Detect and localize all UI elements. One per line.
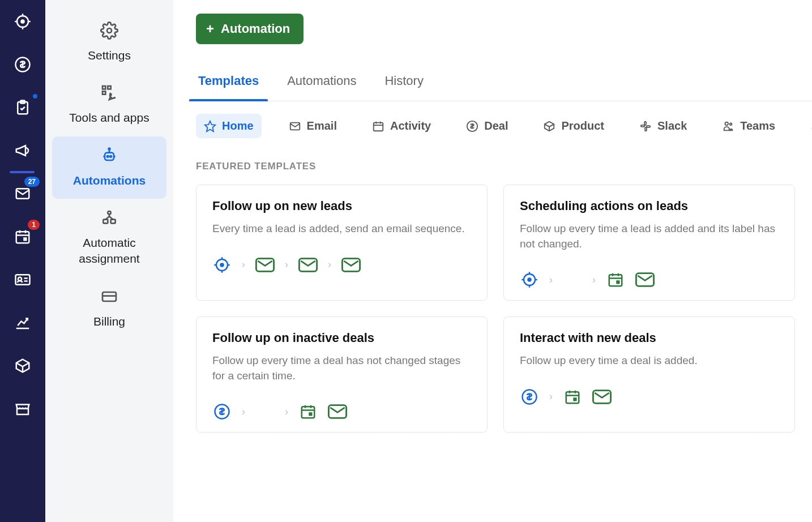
filter-bar: Home Email Activity Deal Product Slack T… xyxy=(196,114,812,138)
svg-point-19 xyxy=(107,28,112,33)
card-steps: › › xyxy=(520,272,779,288)
email-step-icon xyxy=(328,404,347,420)
sidebar-item-label: Tools and apps xyxy=(69,110,149,126)
nav-calendar-icon[interactable]: 1 xyxy=(11,225,34,248)
card-steps: › › xyxy=(212,404,471,420)
template-card[interactable]: Follow up on new leads Every time a lead… xyxy=(196,185,488,301)
svg-rect-21 xyxy=(108,86,110,89)
nav-box-icon[interactable] xyxy=(11,354,34,377)
svg-point-47 xyxy=(730,123,732,125)
sidebar-item-automations[interactable]: Automations xyxy=(52,136,166,199)
sidebar-item-billing[interactable]: Billing xyxy=(52,277,166,340)
filter-product[interactable]: Product xyxy=(535,114,612,138)
assignment-icon xyxy=(99,208,119,228)
svg-point-27 xyxy=(109,148,110,149)
email-step-icon xyxy=(341,257,361,273)
wait-step-icon xyxy=(255,404,275,420)
nav-clipboard-icon[interactable] xyxy=(11,96,34,119)
target-step-icon xyxy=(212,257,232,273)
calendar-icon xyxy=(372,120,384,132)
card-desc: Follow up every time a deal has not chan… xyxy=(212,353,471,383)
svg-rect-37 xyxy=(374,122,383,131)
svg-rect-31 xyxy=(103,220,108,224)
card-title: Scheduling actions on leads xyxy=(520,199,779,213)
section-title: FEATURED TEMPLATES xyxy=(196,161,812,172)
template-card[interactable]: Follow up on inactive deals Follow up ev… xyxy=(196,316,488,433)
filter-home[interactable]: Home xyxy=(196,114,262,138)
svg-rect-22 xyxy=(102,92,105,95)
nav-chart-icon[interactable] xyxy=(11,311,34,334)
activity-step-icon xyxy=(298,404,318,420)
svg-point-24 xyxy=(107,156,109,157)
sidebar-item-label: Automations xyxy=(73,173,146,189)
mail-badge: 27 xyxy=(24,177,40,187)
svg-rect-80 xyxy=(566,392,579,403)
chevron-right-icon: › xyxy=(592,274,596,286)
svg-marker-35 xyxy=(205,121,215,131)
svg-point-46 xyxy=(725,122,729,125)
filter-email[interactable]: Email xyxy=(281,114,345,138)
card-icon xyxy=(99,286,119,307)
sidebar-item-assignment[interactable]: Automatic assignment xyxy=(52,199,166,277)
card-title: Interact with new deals xyxy=(520,331,779,345)
tab-templates[interactable]: Templates xyxy=(196,67,261,101)
activity-step-icon xyxy=(563,389,582,405)
calendar-badge: 1 xyxy=(28,220,40,230)
svg-point-52 xyxy=(220,263,224,267)
template-card[interactable]: Scheduling actions on leads Follow up ev… xyxy=(503,185,795,301)
chevron-right-icon: › xyxy=(242,259,245,271)
settings-sidebar: Settings Tools and apps Automations Auto… xyxy=(45,0,173,522)
svg-rect-84 xyxy=(573,397,576,401)
tools-icon xyxy=(99,83,119,103)
filter-slack[interactable]: Slack xyxy=(631,114,695,138)
svg-rect-77 xyxy=(309,413,312,416)
nav-contact-icon[interactable] xyxy=(11,268,34,291)
svg-rect-14 xyxy=(23,237,27,241)
nav-target-icon[interactable] xyxy=(11,10,34,33)
svg-point-1 xyxy=(20,19,25,24)
main-content: + Automation Templates Automations Histo… xyxy=(173,0,812,522)
card-desc: Every time a lead is added, send an emai… xyxy=(212,221,471,237)
card-desc: Follow up every time a deal is added. xyxy=(520,353,779,369)
template-card[interactable]: Interact with new deals Follow up every … xyxy=(503,316,795,433)
sidebar-item-tools[interactable]: Tools and apps xyxy=(52,74,166,136)
deal-step-icon xyxy=(212,404,232,420)
card-title: Follow up on new leads xyxy=(212,199,471,213)
svg-rect-45 xyxy=(647,126,650,127)
filter-activity[interactable]: Activity xyxy=(364,114,439,138)
chevron-right-icon: › xyxy=(549,391,553,403)
nav-mail-icon[interactable]: 27 xyxy=(11,182,34,205)
svg-point-30 xyxy=(108,211,110,214)
svg-rect-66 xyxy=(609,275,622,286)
filter-asana[interactable]: Asana xyxy=(802,114,812,138)
box-icon xyxy=(543,120,555,132)
sidebar-item-label: Settings xyxy=(88,48,131,63)
add-automation-button[interactable]: + Automation xyxy=(196,14,304,44)
notification-dot xyxy=(33,94,37,99)
add-automation-label: Automation xyxy=(221,22,290,36)
tab-automations[interactable]: Automations xyxy=(285,67,358,101)
chevron-right-icon: › xyxy=(242,406,245,418)
filter-teams[interactable]: Teams xyxy=(714,114,783,138)
svg-rect-73 xyxy=(302,407,315,418)
sidebar-item-settings[interactable]: Settings xyxy=(52,11,166,74)
activity-step-icon xyxy=(606,272,625,288)
email-step-icon xyxy=(298,257,318,273)
gear-icon xyxy=(99,20,119,41)
robot-icon xyxy=(99,146,119,166)
card-desc: Follow up every time a lead is added and… xyxy=(520,221,779,251)
svg-point-61 xyxy=(527,277,532,282)
nav-icon-rail: 27 1 xyxy=(0,0,45,522)
tab-history[interactable]: History xyxy=(382,67,425,101)
nav-store-icon[interactable] xyxy=(11,397,34,420)
email-step-icon xyxy=(255,257,275,273)
deal-step-icon xyxy=(520,389,539,405)
nav-dollar-icon[interactable] xyxy=(11,53,34,76)
rail-active-indicator xyxy=(10,171,35,173)
nav-megaphone-icon[interactable] xyxy=(11,139,34,162)
tab-bar: Templates Automations History xyxy=(196,67,812,101)
svg-rect-44 xyxy=(645,127,647,130)
sidebar-item-label: Automatic assignment xyxy=(58,235,161,267)
card-steps: › xyxy=(520,389,779,405)
filter-deal[interactable]: Deal xyxy=(458,114,516,138)
